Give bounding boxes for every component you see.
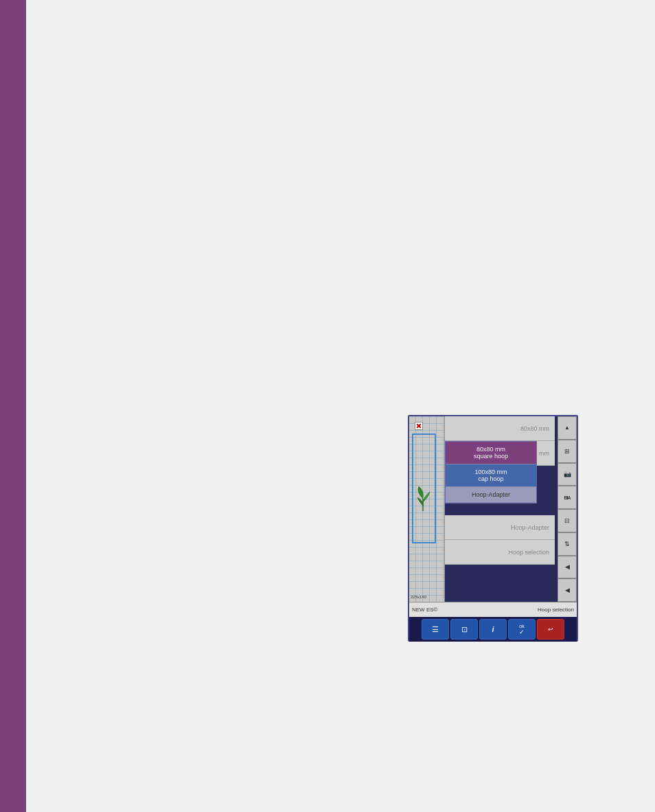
toolbar-screen-btn[interactable]: ⊡ bbox=[450, 619, 478, 640]
camera-icon: 📷 bbox=[564, 471, 571, 477]
design-view-icon: ⊞ bbox=[564, 448, 570, 455]
size-label: 225x140 bbox=[411, 595, 426, 599]
dropdown-item-hoop-adapter[interactable]: Hoop-Adapter bbox=[446, 487, 536, 503]
design-view-btn[interactable]: ⊞ bbox=[558, 440, 577, 463]
status-hoop-selection: Hoop selection bbox=[538, 607, 574, 613]
mirror-btn[interactable]: ⇅ bbox=[558, 532, 577, 556]
hoop-name-80x80: 80x80 mm bbox=[448, 425, 552, 432]
chevron-down-icon: ◀ bbox=[565, 563, 570, 570]
bia-text-icon: BIA bbox=[564, 495, 570, 500]
extra-icon: ◀ bbox=[565, 587, 570, 594]
hoop-dropdown: 80x80 mmsquare hoop 100x80 mmcap hoop Ho… bbox=[445, 441, 537, 504]
panel-right: 80x80 mm 120x115 mm 80x80 mmsquare hoop … bbox=[445, 416, 577, 602]
main-area: 225x140 80x80 mm 120x115 mm bbox=[26, 0, 655, 812]
settings-btn[interactable]: ⊟ bbox=[558, 509, 577, 532]
embroidery-leaf bbox=[413, 485, 433, 514]
design-area: 225x140 bbox=[409, 416, 445, 602]
dropdown-item-square-hoop[interactable]: 80x80 mmsquare hoop bbox=[446, 442, 536, 464]
extra-btn[interactable]: ◀ bbox=[558, 578, 577, 602]
scroll-down-btn[interactable]: ◀ bbox=[558, 556, 577, 579]
ok-icon: ok ✓ bbox=[519, 624, 525, 635]
hoop-row-80x80[interactable]: 80x80 mm bbox=[445, 416, 555, 441]
red-x-marker bbox=[415, 422, 423, 430]
panel-top: 225x140 80x80 mm 120x115 mm bbox=[409, 416, 577, 602]
chevron-up-icon: ▲ bbox=[564, 425, 570, 431]
scroll-up-btn[interactable]: ▲ bbox=[558, 416, 577, 440]
screen-icon: ⊡ bbox=[461, 625, 468, 634]
info-icon: i bbox=[492, 625, 494, 633]
list-icon: ☰ bbox=[432, 625, 439, 634]
hoop-row-adapter[interactable]: Hoop-Adapter bbox=[445, 515, 555, 540]
status-new-esc: NEW ES© bbox=[412, 607, 437, 613]
left-sidebar bbox=[0, 0, 26, 812]
panel-status-bar: NEW ES© Hoop selection bbox=[409, 602, 577, 617]
toolbar-esc-btn[interactable]: ↩ bbox=[537, 619, 564, 640]
text-btn[interactable]: BIA bbox=[558, 486, 577, 509]
panel-toolbar: ☰ ⊡ i ok ✓ ↩ bbox=[409, 617, 577, 642]
hoop-name-adapter: Hoop-Adapter bbox=[448, 524, 552, 531]
side-buttons: ▲ ⊞ 📷 BIA ⊟ bbox=[558, 416, 577, 602]
dropdown-item-cap-hoop[interactable]: 100x80 mmcap hoop bbox=[446, 464, 536, 487]
toolbar-info-btn[interactable]: i bbox=[479, 619, 507, 640]
machine-panel: 225x140 80x80 mm 120x115 mm bbox=[408, 415, 578, 642]
camera-btn[interactable]: 📷 bbox=[558, 463, 577, 486]
settings-icon: ⊟ bbox=[564, 517, 570, 524]
toolbar-ok-btn[interactable]: ok ✓ bbox=[508, 619, 536, 640]
hoop-row-selection[interactable]: Hoop selection bbox=[445, 540, 555, 565]
hoop-name-selection: Hoop selection bbox=[448, 549, 552, 556]
esc-icon: ↩ bbox=[548, 626, 553, 633]
mirror-icon: ⇅ bbox=[564, 541, 570, 548]
toolbar-list-btn[interactable]: ☰ bbox=[422, 619, 449, 640]
